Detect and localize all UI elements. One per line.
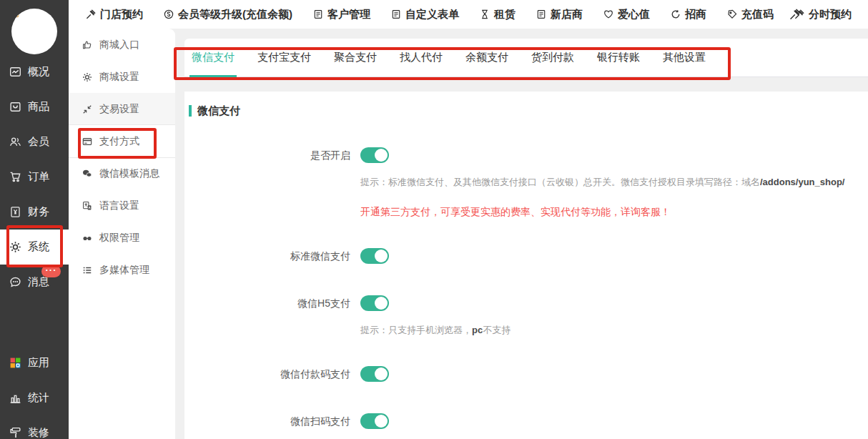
settings-item-label: 多媒体管理 (99, 264, 149, 277)
toggle-switch-微信H5支付[interactable] (360, 295, 389, 311)
sidebar-item-财务[interactable]: 财务 (0, 194, 69, 230)
sidebar-item-label: 装修 (28, 426, 49, 439)
hint-text: 提示：只支持手机浏览器，pc不支持 (189, 325, 854, 335)
settings-sidebar-item-商城设置[interactable]: 商城设置 (69, 61, 175, 93)
apps-icon (9, 357, 21, 369)
sidebar-main-nav: 概况商品会员订单财务系统消息··· (0, 54, 69, 300)
topbar-item-label: 自定义表单 (405, 8, 459, 21)
section-title: 微信支付 (197, 104, 240, 118)
tab-其他设置[interactable]: 其他设置 (663, 39, 706, 77)
stats-icon (9, 392, 21, 404)
settings-item-label: 权限管理 (99, 232, 139, 245)
sidebar-item-应用[interactable]: 应用 (0, 345, 69, 380)
topbar-item-租赁[interactable]: 租赁 (480, 8, 516, 21)
settings-item-label: 商城入口 (99, 39, 139, 51)
gavel-icon[interactable] (789, 9, 801, 20)
settings-sidebar-item-微信模板消息[interactable]: 微信模板消息 (69, 157, 175, 189)
settings-sidebar-item-权限管理[interactable]: 权限管理 (69, 222, 175, 254)
field-label: 微信H5支付 (189, 295, 360, 312)
sidebar-item-会员[interactable]: 会员 (0, 124, 69, 159)
compress-icon (82, 104, 92, 114)
finance-icon (9, 206, 21, 218)
wechat-icon (82, 169, 92, 179)
card-icon (82, 137, 92, 147)
toggle-switch-标准微信支付[interactable] (360, 248, 389, 264)
topbar-item-爱心值[interactable]: 爱心值 (603, 8, 650, 21)
topbar-item-label: 门店预约 (100, 8, 143, 21)
sidebar-item-概况[interactable]: 概况 (0, 54, 69, 89)
settings-item-label: 语言设置 (99, 199, 139, 212)
language-icon (82, 201, 92, 211)
left-sidebar: 概况商品会员订单财务系统消息··· 应用统计装修 (0, 0, 69, 439)
sidebar-item-label: 应用 (28, 356, 49, 370)
tab-银行转账[interactable]: 银行转账 (597, 39, 640, 77)
field-label: 是否开启 (189, 147, 360, 164)
topbar-item-充值码[interactable]: 充值码 (727, 8, 774, 21)
chart-line-icon (9, 66, 21, 78)
toggle-switch-微信扫码支付[interactable] (360, 413, 389, 429)
hint-text: 提示：标准微信支付、及其他微信支付接口（云收银）总开关。微信支付授权目录填写路径… (189, 177, 854, 187)
sidebar-item-label: 商品 (28, 100, 49, 114)
settings-item-label: 微信模板消息 (99, 167, 159, 180)
toggle-switch-微信付款码支付[interactable] (360, 366, 389, 382)
sidebar-item-订单[interactable]: 订单 (0, 159, 69, 194)
users-icon (9, 136, 21, 148)
topbar-item-label: 分时预约 (809, 8, 852, 21)
field-label: 微信付款码支付 (189, 365, 360, 383)
sidebar-item-消息[interactable]: 消息··· (0, 265, 69, 300)
toggle-switch-是否开启[interactable] (360, 147, 389, 163)
form-row: 是否开启 (189, 147, 854, 164)
app-logo[interactable] (11, 9, 57, 54)
topbar-item-label: 会员等级升级(充值余额) (178, 8, 292, 21)
settings-item-label: 交易设置 (99, 103, 139, 116)
topbar-item-label: 爱心值 (618, 8, 650, 21)
sidebar-item-系统[interactable]: 系统 (0, 230, 69, 265)
tab-微信支付[interactable]: 微信支付 (192, 39, 235, 77)
topbar-item-label: 客户管理 (327, 8, 370, 21)
form-row: 微信扫码支付 (189, 413, 854, 430)
gear-icon (9, 241, 21, 253)
topbar-item-门店预约[interactable]: 门店预约 (86, 8, 143, 21)
topbar-item-自定义表单[interactable]: 自定义表单 (391, 8, 459, 21)
form-icon (313, 9, 323, 19)
settings-sidebar-item-商城入口[interactable]: 商城入口 (69, 29, 175, 61)
topbar-item-新店商[interactable]: 新店商 (536, 8, 583, 21)
settings-sidebar-item-交易设置[interactable]: 交易设置 (69, 93, 175, 125)
tab-聚合支付[interactable]: 聚合支付 (334, 39, 377, 77)
settings-sidebar-item-语言设置[interactable]: 语言设置 (69, 189, 175, 222)
field-label: 微信扫码支付 (189, 413, 360, 430)
tab-找人代付[interactable]: 找人代付 (400, 39, 443, 77)
topbar-item-label: 招商 (685, 8, 706, 21)
tab-货到付款[interactable]: 货到付款 (531, 39, 574, 77)
section-header: 微信支付 (189, 104, 854, 118)
topbar: 门店预约会员等级升级(充值余额)客户管理自定义表单租赁新店商爱心值招商充值码分时… (69, 0, 868, 29)
tab-支付宝支付[interactable]: 支付宝支付 (257, 39, 311, 77)
tab-余额支付[interactable]: 余额支付 (465, 39, 508, 77)
payment-settings-panel: 微信支付 是否开启提示：标准微信支付、及其他微信支付接口（云收银）总开关。微信支… (184, 92, 868, 439)
sidebar-item-商品[interactable]: 商品 (0, 89, 69, 124)
form-row: 标准微信支付 (189, 247, 854, 265)
topbar-item-分时预约[interactable]: 分时预约 (794, 8, 852, 21)
settings-sidebar-item-支付方式[interactable]: 支付方式 (69, 125, 175, 157)
tag-icon (727, 9, 737, 19)
sidebar-item-装修[interactable]: 装修 (0, 415, 69, 439)
recycle-icon (671, 9, 681, 19)
cart-icon (9, 171, 21, 183)
topbar-item-招商[interactable]: 招商 (671, 8, 706, 21)
heart-icon (603, 9, 613, 19)
binoculars-icon (82, 233, 92, 243)
topbar-item-会员等级升级(充值余额)[interactable]: 会员等级升级(充值余额) (164, 8, 292, 21)
gavel-icon (86, 9, 96, 19)
sidebar-item-label: 系统 (28, 240, 49, 254)
field-label: 标准微信支付 (189, 247, 360, 265)
perfume-bottle-logo (11, 9, 57, 20)
notification-badge: ··· (41, 265, 61, 277)
settings-item-label: 支付方式 (99, 135, 139, 148)
sidebar-item-统计[interactable]: 统计 (0, 380, 69, 415)
sidebar-item-label: 会员 (28, 135, 49, 149)
settings-sidebar-item-多媒体管理[interactable]: 多媒体管理 (69, 254, 175, 286)
topbar-item-客户管理[interactable]: 客户管理 (313, 8, 370, 21)
paint-roller-icon (9, 427, 21, 439)
gear-icon (82, 72, 92, 82)
list-icon (82, 265, 92, 275)
